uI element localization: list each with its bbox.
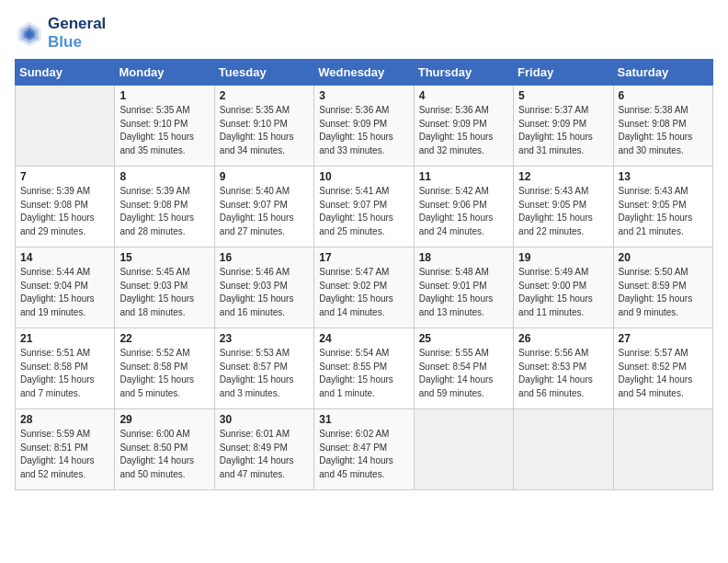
day-info: Sunrise: 5:43 AM Sunset: 9:05 PM Dayligh…	[619, 185, 708, 238]
weekday-header-wednesday: Wednesday	[314, 60, 414, 86]
day-info: Sunrise: 5:53 AM Sunset: 8:57 PM Dayligh…	[220, 347, 309, 400]
day-number: 30	[220, 413, 309, 426]
day-info: Sunrise: 5:52 AM Sunset: 8:58 PM Dayligh…	[119, 347, 209, 400]
day-info: Sunrise: 5:44 AM Sunset: 9:04 PM Dayligh…	[20, 266, 109, 319]
calendar-cell: 22Sunrise: 5:52 AM Sunset: 8:58 PM Dayli…	[115, 328, 214, 409]
day-number: 2	[220, 89, 309, 102]
calendar-cell: 24Sunrise: 5:54 AM Sunset: 8:55 PM Dayli…	[314, 328, 414, 409]
day-number: 21	[20, 332, 109, 345]
day-number: 17	[319, 251, 408, 264]
day-number: 10	[319, 170, 408, 183]
calendar-cell	[613, 409, 712, 490]
day-number: 31	[319, 413, 408, 426]
weekday-header-thursday: Thursday	[414, 60, 513, 86]
day-info: Sunrise: 5:38 AM Sunset: 9:08 PM Dayligh…	[619, 104, 708, 157]
calendar-cell: 9Sunrise: 5:40 AM Sunset: 9:07 PM Daylig…	[214, 167, 313, 247]
day-number: 22	[119, 332, 209, 345]
calendar-week-row: 7Sunrise: 5:39 AM Sunset: 9:08 PM Daylig…	[16, 167, 713, 247]
calendar-table: SundayMondayTuesdayWednesdayThursdayFrid…	[15, 59, 713, 490]
calendar-week-row: 1Sunrise: 5:35 AM Sunset: 9:10 PM Daylig…	[16, 86, 713, 167]
page-header: General Blue	[15, 15, 713, 52]
day-info: Sunrise: 5:45 AM Sunset: 9:03 PM Dayligh…	[119, 266, 209, 319]
day-number: 11	[419, 170, 508, 183]
logo: General Blue	[15, 15, 106, 52]
calendar-week-row: 28Sunrise: 5:59 AM Sunset: 8:51 PM Dayli…	[16, 409, 713, 490]
day-info: Sunrise: 5:54 AM Sunset: 8:55 PM Dayligh…	[319, 347, 408, 400]
day-number: 12	[518, 170, 608, 183]
calendar-cell: 31Sunrise: 6:02 AM Sunset: 8:47 PM Dayli…	[314, 409, 414, 490]
day-number: 29	[119, 413, 209, 426]
weekday-header-row: SundayMondayTuesdayWednesdayThursdayFrid…	[16, 60, 713, 86]
day-number: 14	[20, 251, 109, 264]
day-info: Sunrise: 5:39 AM Sunset: 9:08 PM Dayligh…	[20, 185, 109, 238]
day-number: 1	[119, 89, 209, 102]
calendar-cell: 26Sunrise: 5:56 AM Sunset: 8:53 PM Dayli…	[514, 328, 613, 409]
day-info: Sunrise: 5:51 AM Sunset: 8:58 PM Dayligh…	[20, 347, 109, 400]
logo-text: General Blue	[48, 15, 106, 52]
day-info: Sunrise: 5:35 AM Sunset: 9:10 PM Dayligh…	[220, 104, 309, 157]
calendar-cell: 13Sunrise: 5:43 AM Sunset: 9:05 PM Dayli…	[613, 167, 712, 247]
day-number: 8	[119, 170, 209, 183]
calendar-week-row: 14Sunrise: 5:44 AM Sunset: 9:04 PM Dayli…	[16, 247, 713, 328]
weekday-header-tuesday: Tuesday	[214, 60, 313, 86]
day-number: 25	[419, 332, 508, 345]
calendar-cell: 7Sunrise: 5:39 AM Sunset: 9:08 PM Daylig…	[16, 167, 115, 247]
day-number: 18	[419, 251, 508, 264]
logo-icon	[15, 18, 44, 48]
calendar-cell: 15Sunrise: 5:45 AM Sunset: 9:03 PM Dayli…	[115, 247, 214, 328]
day-number: 26	[518, 332, 608, 345]
calendar-cell: 14Sunrise: 5:44 AM Sunset: 9:04 PM Dayli…	[16, 247, 115, 328]
calendar-cell: 28Sunrise: 5:59 AM Sunset: 8:51 PM Dayli…	[16, 409, 115, 490]
calendar-cell: 4Sunrise: 5:36 AM Sunset: 9:09 PM Daylig…	[414, 86, 513, 167]
day-number: 3	[319, 89, 408, 102]
day-info: Sunrise: 5:56 AM Sunset: 8:53 PM Dayligh…	[518, 347, 608, 400]
day-number: 20	[619, 251, 708, 264]
day-number: 16	[220, 251, 309, 264]
calendar-cell	[514, 409, 613, 490]
day-info: Sunrise: 5:42 AM Sunset: 9:06 PM Dayligh…	[419, 185, 508, 238]
calendar-cell: 8Sunrise: 5:39 AM Sunset: 9:08 PM Daylig…	[115, 167, 214, 247]
day-info: Sunrise: 6:02 AM Sunset: 8:47 PM Dayligh…	[319, 428, 408, 481]
day-info: Sunrise: 5:36 AM Sunset: 9:09 PM Dayligh…	[419, 104, 508, 157]
day-number: 6	[619, 89, 708, 102]
calendar-cell: 6Sunrise: 5:38 AM Sunset: 9:08 PM Daylig…	[613, 86, 712, 167]
calendar-header: SundayMondayTuesdayWednesdayThursdayFrid…	[16, 60, 713, 86]
day-info: Sunrise: 5:35 AM Sunset: 9:10 PM Dayligh…	[119, 104, 209, 157]
calendar-cell: 23Sunrise: 5:53 AM Sunset: 8:57 PM Dayli…	[214, 328, 313, 409]
calendar-cell: 21Sunrise: 5:51 AM Sunset: 8:58 PM Dayli…	[16, 328, 115, 409]
day-info: Sunrise: 5:55 AM Sunset: 8:54 PM Dayligh…	[419, 347, 508, 400]
weekday-header-sunday: Sunday	[16, 60, 115, 86]
day-info: Sunrise: 5:50 AM Sunset: 8:59 PM Dayligh…	[619, 266, 708, 319]
day-number: 19	[518, 251, 608, 264]
day-number: 15	[119, 251, 209, 264]
day-number: 7	[20, 170, 109, 183]
day-info: Sunrise: 5:43 AM Sunset: 9:05 PM Dayligh…	[518, 185, 608, 238]
calendar-cell: 20Sunrise: 5:50 AM Sunset: 8:59 PM Dayli…	[613, 247, 712, 328]
calendar-cell: 17Sunrise: 5:47 AM Sunset: 9:02 PM Dayli…	[314, 247, 414, 328]
calendar-cell: 12Sunrise: 5:43 AM Sunset: 9:05 PM Dayli…	[514, 167, 613, 247]
day-info: Sunrise: 5:36 AM Sunset: 9:09 PM Dayligh…	[319, 104, 408, 157]
day-number: 27	[619, 332, 708, 345]
day-number: 23	[220, 332, 309, 345]
calendar-cell: 2Sunrise: 5:35 AM Sunset: 9:10 PM Daylig…	[214, 86, 313, 167]
calendar-cell: 3Sunrise: 5:36 AM Sunset: 9:09 PM Daylig…	[314, 86, 414, 167]
calendar-cell: 16Sunrise: 5:46 AM Sunset: 9:03 PM Dayli…	[214, 247, 313, 328]
calendar-week-row: 21Sunrise: 5:51 AM Sunset: 8:58 PM Dayli…	[16, 328, 713, 409]
calendar-cell	[414, 409, 513, 490]
day-info: Sunrise: 5:39 AM Sunset: 9:08 PM Dayligh…	[119, 185, 209, 238]
day-info: Sunrise: 5:47 AM Sunset: 9:02 PM Dayligh…	[319, 266, 408, 319]
calendar-cell: 30Sunrise: 6:01 AM Sunset: 8:49 PM Dayli…	[214, 409, 313, 490]
day-info: Sunrise: 5:37 AM Sunset: 9:09 PM Dayligh…	[518, 104, 608, 157]
day-number: 24	[319, 332, 408, 345]
calendar-cell: 10Sunrise: 5:41 AM Sunset: 9:07 PM Dayli…	[314, 167, 414, 247]
calendar-cell: 11Sunrise: 5:42 AM Sunset: 9:06 PM Dayli…	[414, 167, 513, 247]
weekday-header-friday: Friday	[514, 60, 613, 86]
weekday-header-monday: Monday	[115, 60, 214, 86]
calendar-cell: 19Sunrise: 5:49 AM Sunset: 9:00 PM Dayli…	[514, 247, 613, 328]
day-number: 5	[518, 89, 608, 102]
day-info: Sunrise: 5:59 AM Sunset: 8:51 PM Dayligh…	[20, 428, 109, 481]
calendar-cell: 29Sunrise: 6:00 AM Sunset: 8:50 PM Dayli…	[115, 409, 214, 490]
weekday-header-saturday: Saturday	[613, 60, 712, 86]
calendar-cell: 27Sunrise: 5:57 AM Sunset: 8:52 PM Dayli…	[613, 328, 712, 409]
day-number: 9	[220, 170, 309, 183]
